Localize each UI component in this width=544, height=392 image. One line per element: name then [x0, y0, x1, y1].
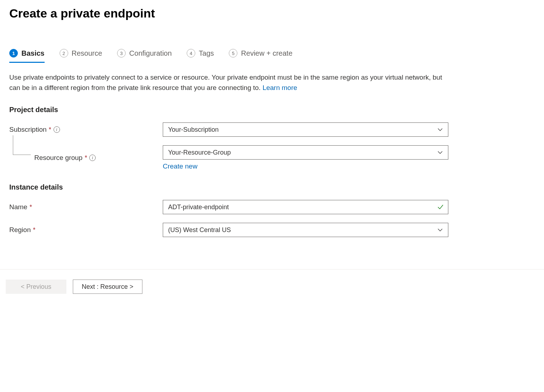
region-input-col: (US) West Central US — [163, 223, 448, 237]
chevron-down-icon — [437, 227, 443, 233]
tab-number-4: 4 — [187, 49, 195, 57]
tabs-nav: 1 Basics 2 Resource 3 Configuration 4 Ta… — [9, 49, 544, 62]
tab-label-review-create: Review + create — [241, 49, 292, 57]
footer: < Previous Next : Resource > — [0, 269, 544, 304]
tab-number-5: 5 — [229, 49, 237, 57]
region-dropdown[interactable]: (US) West Central US — [163, 223, 448, 237]
name-label-col: Name * — [9, 203, 163, 211]
tab-configuration[interactable]: 3 Configuration — [117, 49, 172, 62]
required-indicator: * — [33, 226, 35, 234]
required-indicator: * — [30, 203, 32, 211]
instance-details-heading: Instance details — [9, 183, 544, 191]
check-icon — [437, 203, 444, 211]
tab-label-configuration: Configuration — [129, 49, 172, 57]
tab-review-create[interactable]: 5 Review + create — [229, 49, 292, 62]
name-input-col — [163, 200, 448, 214]
project-details-heading: Project details — [9, 106, 544, 114]
subscription-dropdown[interactable]: Your-Subscription — [163, 122, 448, 137]
previous-button: < Previous — [6, 280, 66, 294]
tab-number-1: 1 — [9, 49, 18, 57]
required-indicator: * — [49, 126, 51, 134]
tab-tags[interactable]: 4 Tags — [187, 49, 214, 62]
region-row: Region * (US) West Central US — [9, 223, 544, 237]
subscription-label-col: Subscription * i — [9, 126, 163, 134]
chevron-down-icon — [437, 150, 443, 155]
description-text: Use private endpoints to privately conne… — [9, 72, 452, 93]
region-label: Region — [9, 226, 31, 234]
subscription-label: Subscription — [9, 126, 47, 134]
subscription-input-col: Your-Subscription — [163, 122, 448, 137]
tab-label-tags: Tags — [199, 49, 214, 57]
info-icon[interactable]: i — [89, 155, 96, 161]
required-indicator: * — [85, 154, 87, 162]
subscription-value: Your-Subscription — [168, 126, 218, 134]
tab-number-2: 2 — [60, 49, 68, 57]
resource-group-row: Resource group * i Your-Resource-Group C… — [9, 145, 544, 170]
learn-more-link[interactable]: Learn more — [262, 84, 297, 91]
next-button[interactable]: Next : Resource > — [73, 280, 142, 294]
name-input[interactable] — [163, 200, 448, 214]
tree-connector-icon — [13, 135, 31, 155]
tab-label-resource: Resource — [72, 49, 102, 57]
resource-group-label-col: Resource group * i — [9, 154, 163, 162]
tab-number-3: 3 — [117, 49, 126, 57]
name-row: Name * — [9, 200, 544, 214]
tab-basics[interactable]: 1 Basics — [9, 49, 45, 62]
create-new-link[interactable]: Create new — [163, 162, 197, 170]
resource-group-value: Your-Resource-Group — [168, 149, 231, 156]
tab-resource[interactable]: 2 Resource — [60, 49, 102, 62]
resource-group-input-col: Your-Resource-Group Create new — [163, 145, 448, 170]
resource-group-label: Resource group — [34, 154, 82, 162]
resource-group-dropdown[interactable]: Your-Resource-Group — [163, 145, 448, 160]
info-icon[interactable]: i — [54, 126, 60, 133]
region-value: (US) West Central US — [168, 226, 231, 234]
tab-label-basics: Basics — [21, 49, 45, 57]
name-label: Name — [9, 203, 27, 211]
chevron-down-icon — [437, 127, 443, 132]
region-label-col: Region * — [9, 226, 163, 234]
page-title: Create a private endpoint — [9, 6, 544, 20]
subscription-row: Subscription * i Your-Subscription — [9, 122, 544, 137]
